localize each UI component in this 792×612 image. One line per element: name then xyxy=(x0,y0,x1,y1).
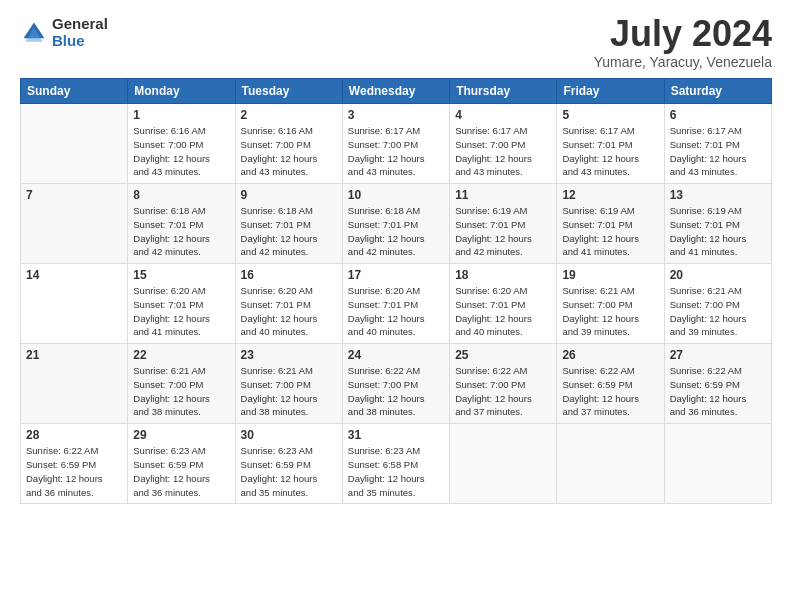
week-row-3: 1415Sunrise: 6:20 AM Sunset: 7:01 PM Day… xyxy=(21,264,772,344)
day-info: Sunrise: 6:18 AM Sunset: 7:01 PM Dayligh… xyxy=(348,204,444,259)
day-info: Sunrise: 6:17 AM Sunset: 7:01 PM Dayligh… xyxy=(670,124,766,179)
day-info: Sunrise: 6:20 AM Sunset: 7:01 PM Dayligh… xyxy=(348,284,444,339)
day-number: 28 xyxy=(26,428,122,442)
day-info: Sunrise: 6:18 AM Sunset: 7:01 PM Dayligh… xyxy=(133,204,229,259)
day-info: Sunrise: 6:22 AM Sunset: 6:59 PM Dayligh… xyxy=(670,364,766,419)
day-number: 1 xyxy=(133,108,229,122)
week-row-4: 2122Sunrise: 6:21 AM Sunset: 7:00 PM Day… xyxy=(21,344,772,424)
day-info: Sunrise: 6:19 AM Sunset: 7:01 PM Dayligh… xyxy=(562,204,658,259)
day-number: 23 xyxy=(241,348,337,362)
calendar-cell: 23Sunrise: 6:21 AM Sunset: 7:00 PM Dayli… xyxy=(235,344,342,424)
calendar: SundayMondayTuesdayWednesdayThursdayFrid… xyxy=(20,78,772,504)
calendar-cell: 4Sunrise: 6:17 AM Sunset: 7:00 PM Daylig… xyxy=(450,104,557,184)
weekday-header-saturday: Saturday xyxy=(664,79,771,104)
month-year: July 2024 xyxy=(594,16,772,52)
day-number: 5 xyxy=(562,108,658,122)
day-info: Sunrise: 6:22 AM Sunset: 6:59 PM Dayligh… xyxy=(26,444,122,499)
logo: General Blue xyxy=(20,16,108,49)
calendar-cell: 27Sunrise: 6:22 AM Sunset: 6:59 PM Dayli… xyxy=(664,344,771,424)
calendar-cell xyxy=(21,104,128,184)
calendar-cell xyxy=(664,424,771,504)
calendar-cell: 20Sunrise: 6:21 AM Sunset: 7:00 PM Dayli… xyxy=(664,264,771,344)
day-number: 10 xyxy=(348,188,444,202)
calendar-cell xyxy=(450,424,557,504)
day-number: 9 xyxy=(241,188,337,202)
day-number: 22 xyxy=(133,348,229,362)
day-number: 11 xyxy=(455,188,551,202)
day-info: Sunrise: 6:21 AM Sunset: 7:00 PM Dayligh… xyxy=(670,284,766,339)
calendar-cell: 2Sunrise: 6:16 AM Sunset: 7:00 PM Daylig… xyxy=(235,104,342,184)
day-number: 16 xyxy=(241,268,337,282)
calendar-cell: 29Sunrise: 6:23 AM Sunset: 6:59 PM Dayli… xyxy=(128,424,235,504)
day-info: Sunrise: 6:17 AM Sunset: 7:00 PM Dayligh… xyxy=(455,124,551,179)
day-info: Sunrise: 6:16 AM Sunset: 7:00 PM Dayligh… xyxy=(241,124,337,179)
weekday-header-tuesday: Tuesday xyxy=(235,79,342,104)
calendar-cell xyxy=(557,424,664,504)
day-number: 31 xyxy=(348,428,444,442)
day-number: 6 xyxy=(670,108,766,122)
day-info: Sunrise: 6:22 AM Sunset: 7:00 PM Dayligh… xyxy=(348,364,444,419)
weekday-header-monday: Monday xyxy=(128,79,235,104)
day-info: Sunrise: 6:22 AM Sunset: 6:59 PM Dayligh… xyxy=(562,364,658,419)
logo-text: General Blue xyxy=(52,16,108,49)
calendar-cell: 26Sunrise: 6:22 AM Sunset: 6:59 PM Dayli… xyxy=(557,344,664,424)
day-info: Sunrise: 6:19 AM Sunset: 7:01 PM Dayligh… xyxy=(670,204,766,259)
calendar-cell: 3Sunrise: 6:17 AM Sunset: 7:00 PM Daylig… xyxy=(342,104,449,184)
week-row-1: 1Sunrise: 6:16 AM Sunset: 7:00 PM Daylig… xyxy=(21,104,772,184)
day-number: 8 xyxy=(133,188,229,202)
calendar-cell: 15Sunrise: 6:20 AM Sunset: 7:01 PM Dayli… xyxy=(128,264,235,344)
logo-blue: Blue xyxy=(52,33,108,50)
calendar-cell: 8Sunrise: 6:18 AM Sunset: 7:01 PM Daylig… xyxy=(128,184,235,264)
calendar-cell: 1Sunrise: 6:16 AM Sunset: 7:00 PM Daylig… xyxy=(128,104,235,184)
day-number: 25 xyxy=(455,348,551,362)
day-number: 30 xyxy=(241,428,337,442)
calendar-cell: 31Sunrise: 6:23 AM Sunset: 6:58 PM Dayli… xyxy=(342,424,449,504)
calendar-cell: 7 xyxy=(21,184,128,264)
calendar-cell: 19Sunrise: 6:21 AM Sunset: 7:00 PM Dayli… xyxy=(557,264,664,344)
calendar-cell: 14 xyxy=(21,264,128,344)
day-number: 3 xyxy=(348,108,444,122)
day-number: 15 xyxy=(133,268,229,282)
day-number: 24 xyxy=(348,348,444,362)
weekday-header-wednesday: Wednesday xyxy=(342,79,449,104)
location: Yumare, Yaracuy, Venezuela xyxy=(594,54,772,70)
day-number: 29 xyxy=(133,428,229,442)
day-number: 20 xyxy=(670,268,766,282)
calendar-cell: 13Sunrise: 6:19 AM Sunset: 7:01 PM Dayli… xyxy=(664,184,771,264)
title-block: July 2024 Yumare, Yaracuy, Venezuela xyxy=(594,16,772,70)
day-info: Sunrise: 6:23 AM Sunset: 6:59 PM Dayligh… xyxy=(133,444,229,499)
calendar-cell: 21 xyxy=(21,344,128,424)
weekday-header-row: SundayMondayTuesdayWednesdayThursdayFrid… xyxy=(21,79,772,104)
day-number: 13 xyxy=(670,188,766,202)
calendar-cell: 17Sunrise: 6:20 AM Sunset: 7:01 PM Dayli… xyxy=(342,264,449,344)
weekday-header-sunday: Sunday xyxy=(21,79,128,104)
day-number: 4 xyxy=(455,108,551,122)
day-info: Sunrise: 6:18 AM Sunset: 7:01 PM Dayligh… xyxy=(241,204,337,259)
day-info: Sunrise: 6:17 AM Sunset: 7:00 PM Dayligh… xyxy=(348,124,444,179)
calendar-cell: 24Sunrise: 6:22 AM Sunset: 7:00 PM Dayli… xyxy=(342,344,449,424)
day-info: Sunrise: 6:16 AM Sunset: 7:00 PM Dayligh… xyxy=(133,124,229,179)
calendar-cell: 12Sunrise: 6:19 AM Sunset: 7:01 PM Dayli… xyxy=(557,184,664,264)
day-info: Sunrise: 6:19 AM Sunset: 7:01 PM Dayligh… xyxy=(455,204,551,259)
day-number: 14 xyxy=(26,268,122,282)
calendar-cell: 11Sunrise: 6:19 AM Sunset: 7:01 PM Dayli… xyxy=(450,184,557,264)
day-info: Sunrise: 6:23 AM Sunset: 6:59 PM Dayligh… xyxy=(241,444,337,499)
week-row-5: 28Sunrise: 6:22 AM Sunset: 6:59 PM Dayli… xyxy=(21,424,772,504)
day-number: 12 xyxy=(562,188,658,202)
calendar-cell: 28Sunrise: 6:22 AM Sunset: 6:59 PM Dayli… xyxy=(21,424,128,504)
day-info: Sunrise: 6:20 AM Sunset: 7:01 PM Dayligh… xyxy=(455,284,551,339)
calendar-cell: 5Sunrise: 6:17 AM Sunset: 7:01 PM Daylig… xyxy=(557,104,664,184)
weekday-header-thursday: Thursday xyxy=(450,79,557,104)
calendar-cell: 9Sunrise: 6:18 AM Sunset: 7:01 PM Daylig… xyxy=(235,184,342,264)
day-info: Sunrise: 6:23 AM Sunset: 6:58 PM Dayligh… xyxy=(348,444,444,499)
calendar-cell: 22Sunrise: 6:21 AM Sunset: 7:00 PM Dayli… xyxy=(128,344,235,424)
page: General Blue July 2024 Yumare, Yaracuy, … xyxy=(0,0,792,612)
day-info: Sunrise: 6:22 AM Sunset: 7:00 PM Dayligh… xyxy=(455,364,551,419)
day-number: 19 xyxy=(562,268,658,282)
day-number: 2 xyxy=(241,108,337,122)
calendar-cell: 6Sunrise: 6:17 AM Sunset: 7:01 PM Daylig… xyxy=(664,104,771,184)
day-number: 17 xyxy=(348,268,444,282)
calendar-cell: 30Sunrise: 6:23 AM Sunset: 6:59 PM Dayli… xyxy=(235,424,342,504)
header: General Blue July 2024 Yumare, Yaracuy, … xyxy=(20,16,772,70)
day-number: 26 xyxy=(562,348,658,362)
